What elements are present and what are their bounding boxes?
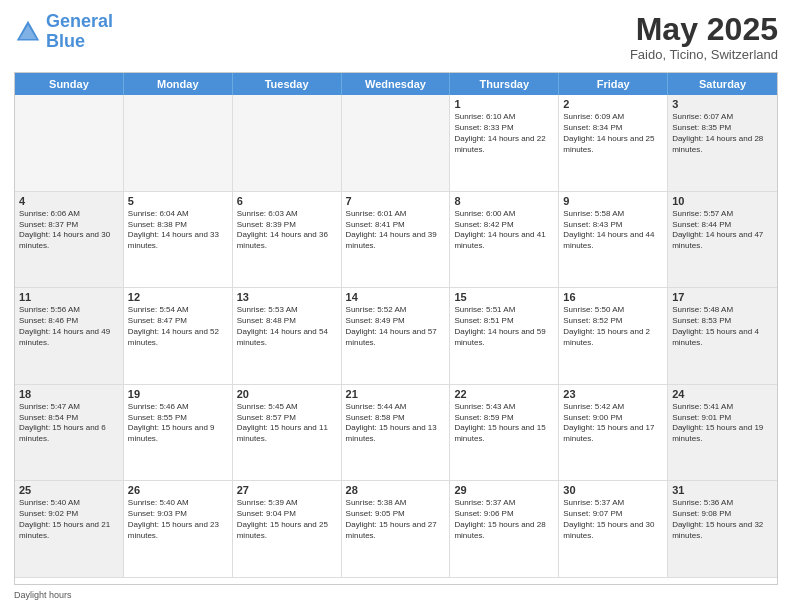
cell-info: Sunrise: 5:48 AM Sunset: 8:53 PM Dayligh… <box>672 305 773 348</box>
calendar-cell: 18Sunrise: 5:47 AM Sunset: 8:54 PM Dayli… <box>15 385 124 482</box>
cell-info: Sunrise: 6:06 AM Sunset: 8:37 PM Dayligh… <box>19 209 119 252</box>
cell-info: Sunrise: 5:40 AM Sunset: 9:02 PM Dayligh… <box>19 498 119 541</box>
day-number: 31 <box>672 484 773 496</box>
cell-info: Sunrise: 5:52 AM Sunset: 8:49 PM Dayligh… <box>346 305 446 348</box>
day-number: 1 <box>454 98 554 110</box>
day-number: 5 <box>128 195 228 207</box>
calendar-cell: 11Sunrise: 5:56 AM Sunset: 8:46 PM Dayli… <box>15 288 124 385</box>
cell-info: Sunrise: 5:47 AM Sunset: 8:54 PM Dayligh… <box>19 402 119 445</box>
cell-info: Sunrise: 6:07 AM Sunset: 8:35 PM Dayligh… <box>672 112 773 155</box>
day-number: 23 <box>563 388 663 400</box>
calendar-cell: 16Sunrise: 5:50 AM Sunset: 8:52 PM Dayli… <box>559 288 668 385</box>
day-number: 27 <box>237 484 337 496</box>
calendar-cell: 28Sunrise: 5:38 AM Sunset: 9:05 PM Dayli… <box>342 481 451 578</box>
cell-info: Sunrise: 5:50 AM Sunset: 8:52 PM Dayligh… <box>563 305 663 348</box>
day-number: 21 <box>346 388 446 400</box>
cell-info: Sunrise: 6:04 AM Sunset: 8:38 PM Dayligh… <box>128 209 228 252</box>
day-number: 15 <box>454 291 554 303</box>
weekday-header: Thursday <box>450 73 559 95</box>
cell-info: Sunrise: 5:37 AM Sunset: 9:07 PM Dayligh… <box>563 498 663 541</box>
cell-info: Sunrise: 5:36 AM Sunset: 9:08 PM Dayligh… <box>672 498 773 541</box>
calendar-cell: 30Sunrise: 5:37 AM Sunset: 9:07 PM Dayli… <box>559 481 668 578</box>
day-number: 16 <box>563 291 663 303</box>
calendar-cell: 15Sunrise: 5:51 AM Sunset: 8:51 PM Dayli… <box>450 288 559 385</box>
calendar-cell: 7Sunrise: 6:01 AM Sunset: 8:41 PM Daylig… <box>342 192 451 289</box>
day-number: 4 <box>19 195 119 207</box>
calendar-cell: 10Sunrise: 5:57 AM Sunset: 8:44 PM Dayli… <box>668 192 777 289</box>
cell-info: Sunrise: 5:54 AM Sunset: 8:47 PM Dayligh… <box>128 305 228 348</box>
calendar-cell: 13Sunrise: 5:53 AM Sunset: 8:48 PM Dayli… <box>233 288 342 385</box>
day-number: 3 <box>672 98 773 110</box>
calendar-cell: 5Sunrise: 6:04 AM Sunset: 8:38 PM Daylig… <box>124 192 233 289</box>
calendar-cell <box>233 95 342 192</box>
calendar-header: SundayMondayTuesdayWednesdayThursdayFrid… <box>15 73 777 95</box>
cell-info: Sunrise: 5:37 AM Sunset: 9:06 PM Dayligh… <box>454 498 554 541</box>
calendar-cell: 23Sunrise: 5:42 AM Sunset: 9:00 PM Dayli… <box>559 385 668 482</box>
calendar-cell: 4Sunrise: 6:06 AM Sunset: 8:37 PM Daylig… <box>15 192 124 289</box>
cell-info: Sunrise: 5:51 AM Sunset: 8:51 PM Dayligh… <box>454 305 554 348</box>
calendar-cell: 20Sunrise: 5:45 AM Sunset: 8:57 PM Dayli… <box>233 385 342 482</box>
day-number: 24 <box>672 388 773 400</box>
calendar-cell: 25Sunrise: 5:40 AM Sunset: 9:02 PM Dayli… <box>15 481 124 578</box>
weekday-header: Wednesday <box>342 73 451 95</box>
logo-blue: Blue <box>46 31 85 51</box>
day-number: 7 <box>346 195 446 207</box>
cell-info: Sunrise: 5:39 AM Sunset: 9:04 PM Dayligh… <box>237 498 337 541</box>
weekday-header: Monday <box>124 73 233 95</box>
cell-info: Sunrise: 5:53 AM Sunset: 8:48 PM Dayligh… <box>237 305 337 348</box>
header: General Blue May 2025 Faido, Ticino, Swi… <box>14 12 778 62</box>
day-number: 26 <box>128 484 228 496</box>
calendar-cell: 17Sunrise: 5:48 AM Sunset: 8:53 PM Dayli… <box>668 288 777 385</box>
day-number: 19 <box>128 388 228 400</box>
logo-text: General Blue <box>46 12 113 52</box>
calendar-cell: 1Sunrise: 6:10 AM Sunset: 8:33 PM Daylig… <box>450 95 559 192</box>
day-number: 14 <box>346 291 446 303</box>
calendar-cell <box>342 95 451 192</box>
calendar-cell: 14Sunrise: 5:52 AM Sunset: 8:49 PM Dayli… <box>342 288 451 385</box>
calendar: SundayMondayTuesdayWednesdayThursdayFrid… <box>14 72 778 585</box>
calendar-cell: 8Sunrise: 6:00 AM Sunset: 8:42 PM Daylig… <box>450 192 559 289</box>
weekday-header: Tuesday <box>233 73 342 95</box>
calendar-cell <box>124 95 233 192</box>
calendar-cell <box>15 95 124 192</box>
cell-info: Sunrise: 6:09 AM Sunset: 8:34 PM Dayligh… <box>563 112 663 155</box>
title-block: May 2025 Faido, Ticino, Switzerland <box>630 12 778 62</box>
day-number: 13 <box>237 291 337 303</box>
cell-info: Sunrise: 6:10 AM Sunset: 8:33 PM Dayligh… <box>454 112 554 155</box>
cell-info: Sunrise: 6:01 AM Sunset: 8:41 PM Dayligh… <box>346 209 446 252</box>
cell-info: Sunrise: 5:41 AM Sunset: 9:01 PM Dayligh… <box>672 402 773 445</box>
weekday-header: Friday <box>559 73 668 95</box>
cell-info: Sunrise: 5:57 AM Sunset: 8:44 PM Dayligh… <box>672 209 773 252</box>
cell-info: Sunrise: 5:38 AM Sunset: 9:05 PM Dayligh… <box>346 498 446 541</box>
calendar-cell: 3Sunrise: 6:07 AM Sunset: 8:35 PM Daylig… <box>668 95 777 192</box>
day-number: 6 <box>237 195 337 207</box>
day-number: 8 <box>454 195 554 207</box>
day-number: 30 <box>563 484 663 496</box>
calendar-cell: 22Sunrise: 5:43 AM Sunset: 8:59 PM Dayli… <box>450 385 559 482</box>
calendar-cell: 26Sunrise: 5:40 AM Sunset: 9:03 PM Dayli… <box>124 481 233 578</box>
location: Faido, Ticino, Switzerland <box>630 47 778 62</box>
day-number: 17 <box>672 291 773 303</box>
cell-info: Sunrise: 5:45 AM Sunset: 8:57 PM Dayligh… <box>237 402 337 445</box>
calendar-cell: 19Sunrise: 5:46 AM Sunset: 8:55 PM Dayli… <box>124 385 233 482</box>
calendar-cell: 6Sunrise: 6:03 AM Sunset: 8:39 PM Daylig… <box>233 192 342 289</box>
cell-info: Sunrise: 6:00 AM Sunset: 8:42 PM Dayligh… <box>454 209 554 252</box>
logo-general: General <box>46 11 113 31</box>
day-number: 12 <box>128 291 228 303</box>
calendar-cell: 27Sunrise: 5:39 AM Sunset: 9:04 PM Dayli… <box>233 481 342 578</box>
day-number: 29 <box>454 484 554 496</box>
calendar-cell: 12Sunrise: 5:54 AM Sunset: 8:47 PM Dayli… <box>124 288 233 385</box>
day-number: 11 <box>19 291 119 303</box>
calendar-cell: 21Sunrise: 5:44 AM Sunset: 8:58 PM Dayli… <box>342 385 451 482</box>
day-number: 10 <box>672 195 773 207</box>
month-title: May 2025 <box>630 12 778 47</box>
logo-icon <box>14 18 42 46</box>
cell-info: Sunrise: 5:44 AM Sunset: 8:58 PM Dayligh… <box>346 402 446 445</box>
page: General Blue May 2025 Faido, Ticino, Swi… <box>0 0 792 612</box>
footer-note: Daylight hours <box>14 590 778 600</box>
cell-info: Sunrise: 5:40 AM Sunset: 9:03 PM Dayligh… <box>128 498 228 541</box>
cell-info: Sunrise: 5:58 AM Sunset: 8:43 PM Dayligh… <box>563 209 663 252</box>
day-number: 22 <box>454 388 554 400</box>
cell-info: Sunrise: 5:56 AM Sunset: 8:46 PM Dayligh… <box>19 305 119 348</box>
calendar-cell: 2Sunrise: 6:09 AM Sunset: 8:34 PM Daylig… <box>559 95 668 192</box>
